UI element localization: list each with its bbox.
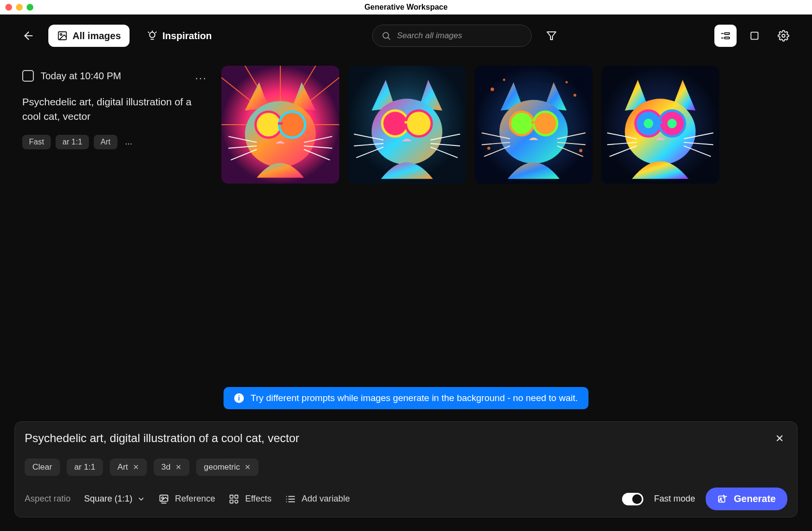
svg-line-6 [148,32,149,32]
generated-thumbnails [221,57,719,184]
svg-rect-12 [725,33,729,35]
fast-mode-toggle[interactable] [622,493,643,505]
job-more-button[interactable]: ... [192,68,210,84]
generated-image-4[interactable] [601,66,719,184]
generate-icon [717,494,728,504]
tag-art[interactable]: Art [94,135,117,149]
add-variable-label: Add variable [302,494,350,504]
tab-inspiration-label: Inspiration [162,30,212,42]
svg-point-50 [579,149,582,152]
filter-icon [546,30,557,42]
generated-image-2[interactable] [348,66,466,184]
chip-geometric[interactable]: geometric✕ [196,459,259,476]
svg-line-9 [388,38,390,40]
tag-aspect-ratio[interactable]: ar 1:1 [56,135,89,149]
info-icon: i [234,393,244,403]
view-grid-button[interactable] [743,25,766,47]
svg-point-55 [534,112,557,135]
svg-point-49 [487,147,490,150]
reference-label: Reference [175,494,215,504]
generated-image-1[interactable] [221,66,339,184]
svg-point-48 [573,94,576,97]
svg-rect-39 [405,121,409,124]
svg-rect-15 [751,32,758,40]
top-toolbar: All images Inspiration Search all images [0,14,812,57]
list-icon [285,494,296,504]
clear-prompt-button[interactable] [772,431,787,446]
chip-3d[interactable]: 3d✕ [154,459,189,476]
effects-icon [229,494,239,504]
filter-button[interactable] [540,25,563,47]
reference-button[interactable]: Reference [159,494,215,504]
cat-illustration-icon [475,66,593,184]
svg-point-79 [162,497,164,499]
generation-job: Today at 10:40 PM ... Psychedelic art, d… [22,57,792,184]
tag-fast[interactable]: Fast [22,135,51,149]
svg-point-2 [60,33,62,35]
svg-point-68 [667,119,677,129]
back-button[interactable] [17,25,40,47]
svg-point-51 [503,79,506,81]
tip-text: Try different prompts while images gener… [251,393,578,403]
svg-rect-69 [658,121,663,124]
svg-rect-81 [230,495,233,498]
svg-point-53 [499,100,568,164]
search-icon [381,31,391,41]
svg-point-64 [625,99,696,165]
settings-button[interactable] [772,25,795,47]
svg-point-27 [279,112,305,138]
svg-point-8 [383,32,389,38]
job-prompt: Psychedelic art, digital illustration of… [22,95,210,124]
tab-all-images[interactable]: All images [48,25,130,47]
view-list-button[interactable] [714,25,737,47]
aspect-ratio-value: Square (1:1) [84,494,132,504]
cat-illustration-icon [348,66,466,184]
chip-label: Art [117,462,128,472]
chip-remove-icon[interactable]: ✕ [245,463,251,472]
svg-point-84 [235,500,238,502]
search-input[interactable]: Search all images [372,25,532,47]
svg-point-16 [782,34,785,37]
cat-illustration-icon [601,66,719,184]
svg-point-25 [245,101,316,167]
svg-marker-10 [547,32,556,40]
chevron-down-icon [137,495,145,503]
effects-label: Effects [245,494,272,504]
reference-image-icon [159,494,169,504]
fast-mode-label: Fast mode [654,494,695,504]
job-timestamp: Today at 10:40 PM [41,71,121,82]
chip-remove-icon[interactable]: ✕ [175,463,182,472]
arrow-left-icon [22,29,35,42]
prompt-panel: Psychedelic art, digital illustration of… [14,421,798,517]
tip-banner: i Try different prompts while images gen… [224,387,589,409]
select-job-checkbox[interactable] [22,70,34,82]
close-window-button[interactable] [5,4,12,11]
chip-remove-icon[interactable]: ✕ [133,463,139,472]
tab-inspiration[interactable]: Inspiration [138,25,220,47]
generate-button[interactable]: Generate [706,488,787,510]
aspect-ratio-select[interactable]: Square (1:1) [84,494,145,504]
svg-rect-82 [235,495,238,498]
image-icon [57,30,68,41]
svg-point-54 [510,112,534,135]
chip-clear[interactable]: Clear [25,459,60,476]
prompt-input[interactable]: Psychedelic art, digital illustration of… [25,431,772,445]
list-icon [720,30,731,41]
search-placeholder: Search all images [397,31,462,41]
svg-point-3 [150,32,155,38]
maximize-window-button[interactable] [27,4,33,11]
cat-illustration-icon [221,66,339,184]
generated-image-3[interactable] [475,66,593,184]
effects-button[interactable]: Effects [229,494,272,504]
chip-aspect-ratio[interactable]: ar 1:1 [67,459,103,476]
window-titlebar: Generative Workspace [0,0,812,14]
chip-art[interactable]: Art✕ [110,459,147,476]
svg-point-67 [644,119,653,129]
svg-point-37 [382,111,408,137]
tags-more-button[interactable]: ... [122,135,135,149]
chip-clear-label: Clear [32,462,52,472]
chip-label: ar 1:1 [74,462,95,472]
job-tags: Fast ar 1:1 Art ... [22,135,210,149]
minimize-window-button[interactable] [16,4,23,11]
add-variable-button[interactable]: Add variable [285,494,350,504]
